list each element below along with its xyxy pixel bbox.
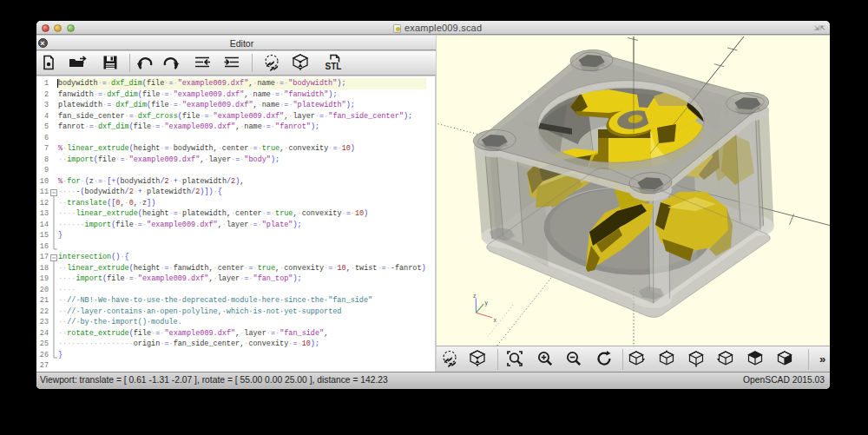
svg-text:STL: STL [325, 62, 341, 71]
